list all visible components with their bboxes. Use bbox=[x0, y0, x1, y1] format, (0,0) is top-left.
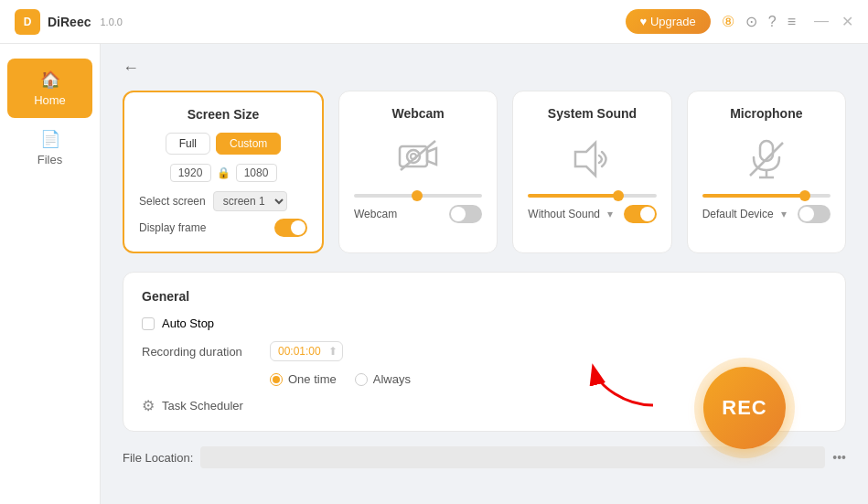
full-tab[interactable]: Full bbox=[166, 133, 210, 155]
webcam-title: Webcam bbox=[354, 106, 482, 121]
toggle-knob bbox=[291, 220, 305, 235]
title-bar: D DiReec 1.0.0 ♥ Upgrade ⑧ ⊙ ? ≡ — ✕ bbox=[0, 0, 868, 44]
select-screen-row: Select screen screen 1 bbox=[139, 191, 307, 211]
sidebar-files-label: Files bbox=[38, 153, 62, 166]
help-icon[interactable]: ? bbox=[768, 14, 777, 30]
coins-icon[interactable]: ⑧ bbox=[722, 13, 734, 30]
app-body: 🏠 Home 📄 Files ← Screen Size Full Custom… bbox=[0, 44, 868, 504]
app-name: DiReec bbox=[48, 15, 91, 29]
rec-button-outer: REC bbox=[694, 358, 795, 458]
mic-slider-thumb bbox=[799, 190, 810, 201]
app-logo: D bbox=[15, 9, 40, 35]
screen-size-card: Screen Size Full Custom 🔒 Select screen … bbox=[123, 91, 324, 253]
rec-button-container: REC bbox=[694, 358, 795, 458]
microphone-title: Microphone bbox=[702, 106, 830, 121]
webcam-slider-track[interactable] bbox=[354, 194, 482, 198]
system-sound-toggle[interactable] bbox=[624, 205, 657, 223]
height-input[interactable] bbox=[236, 164, 277, 182]
webcam-icon-area bbox=[354, 132, 482, 187]
menu-icon[interactable]: ≡ bbox=[788, 14, 796, 30]
window-controls: — ✕ bbox=[814, 13, 853, 30]
system-sound-icon-area bbox=[528, 132, 656, 187]
toggle-knob bbox=[799, 207, 814, 221]
minimize-button[interactable]: — bbox=[814, 13, 829, 30]
home-icon: 🏠 bbox=[40, 70, 60, 90]
mic-icon-area bbox=[702, 132, 830, 187]
upgrade-button[interactable]: ♥ Upgrade bbox=[626, 9, 711, 34]
files-icon: 📄 bbox=[40, 129, 60, 149]
mic-bottom-row: Default Device ▾ bbox=[702, 205, 830, 223]
auto-stop-row: Auto Stop bbox=[142, 316, 827, 330]
app-version: 1.0.0 bbox=[100, 16, 122, 27]
arrow-svg bbox=[589, 359, 671, 414]
duration-input[interactable]: 00:01:00 ⬆ bbox=[270, 341, 343, 361]
speaker-icon-svg bbox=[568, 137, 616, 181]
task-scheduler-label: Task Scheduler bbox=[162, 399, 243, 413]
webcam-disabled-icon bbox=[396, 134, 440, 186]
webcam-bottom-row: Webcam bbox=[354, 205, 482, 223]
sound-bottom-row: Without Sound ▾ bbox=[528, 205, 656, 223]
display-frame-row: Display frame bbox=[139, 219, 307, 237]
record-circle-icon[interactable]: ⊙ bbox=[745, 13, 757, 30]
rec-label: REC bbox=[722, 396, 766, 420]
screen-select[interactable]: screen 1 bbox=[213, 191, 287, 211]
svg-marker-5 bbox=[575, 143, 595, 176]
svg-marker-3 bbox=[427, 148, 436, 165]
cards-row: Screen Size Full Custom 🔒 Select screen … bbox=[123, 91, 846, 253]
system-sound-title: System Sound bbox=[528, 106, 656, 121]
microphone-toggle[interactable] bbox=[798, 205, 830, 223]
main-content: ← Screen Size Full Custom 🔒 Select scree… bbox=[101, 44, 868, 504]
file-more-button[interactable]: ••• bbox=[832, 450, 846, 465]
radio-one-time-label: One time bbox=[288, 372, 337, 386]
rec-button[interactable]: REC bbox=[703, 367, 786, 449]
width-input[interactable] bbox=[170, 164, 211, 182]
custom-tab[interactable]: Custom bbox=[216, 133, 281, 155]
sidebar-home-label: Home bbox=[34, 93, 66, 107]
sidebar: 🏠 Home 📄 Files bbox=[0, 44, 101, 504]
sidebar-item-home[interactable]: 🏠 Home bbox=[7, 59, 92, 118]
system-sound-card: System Sound W bbox=[512, 91, 671, 253]
logo-area: D DiReec 1.0.0 bbox=[15, 9, 123, 35]
sound-slider-thumb bbox=[613, 190, 624, 201]
mic-slider-track[interactable] bbox=[702, 194, 830, 198]
lock-icon: 🔒 bbox=[217, 166, 230, 179]
webcam-slider-thumb bbox=[412, 190, 423, 201]
toggle-knob bbox=[451, 207, 466, 221]
sound-slider-area bbox=[528, 194, 656, 198]
webcam-label: Webcam bbox=[354, 208, 397, 220]
radio-one-time-circle bbox=[270, 373, 283, 386]
sound-dropdown-icon[interactable]: ▾ bbox=[607, 208, 613, 220]
radio-always-label: Always bbox=[373, 372, 411, 386]
mic-dropdown-icon[interactable]: ▾ bbox=[781, 208, 787, 220]
webcam-slider-area bbox=[354, 194, 482, 198]
display-frame-label: Display frame bbox=[139, 221, 206, 234]
radio-always-circle bbox=[355, 373, 368, 386]
mic-icon-svg bbox=[745, 137, 788, 181]
display-frame-toggle[interactable] bbox=[274, 219, 307, 237]
radio-one-time[interactable]: One time bbox=[270, 372, 337, 386]
close-button[interactable]: ✕ bbox=[841, 13, 853, 30]
screen-tabs: Full Custom bbox=[139, 133, 307, 155]
file-location-label: File Location: bbox=[123, 451, 193, 465]
toggle-knob bbox=[640, 207, 655, 221]
arrow-container bbox=[589, 359, 671, 417]
webcam-toggle[interactable] bbox=[449, 205, 482, 223]
general-title: General bbox=[142, 289, 827, 304]
duration-value: 00:01:00 bbox=[278, 345, 321, 358]
radio-always[interactable]: Always bbox=[355, 372, 411, 386]
mic-slider-area bbox=[702, 194, 830, 198]
duration-spinner-icon[interactable]: ⬆ bbox=[328, 345, 338, 358]
without-sound-label: Without Sound bbox=[528, 208, 600, 220]
webcam-card: Webcam bbox=[338, 91, 498, 253]
back-button[interactable]: ← bbox=[123, 59, 139, 78]
screen-size-title: Screen Size bbox=[139, 107, 307, 122]
title-bar-actions: ♥ Upgrade ⑧ ⊙ ? ≡ — ✕ bbox=[626, 9, 853, 34]
screen-dimensions: 🔒 bbox=[139, 164, 307, 182]
sidebar-item-files[interactable]: 📄 Files bbox=[7, 118, 92, 177]
webcam-icon-svg bbox=[396, 134, 440, 177]
sound-slider-track[interactable] bbox=[528, 194, 656, 198]
default-device-label: Default Device bbox=[702, 208, 774, 220]
select-screen-label: Select screen bbox=[139, 195, 206, 208]
auto-stop-checkbox[interactable] bbox=[142, 317, 155, 330]
microphone-card: Microphone bbox=[687, 91, 846, 253]
